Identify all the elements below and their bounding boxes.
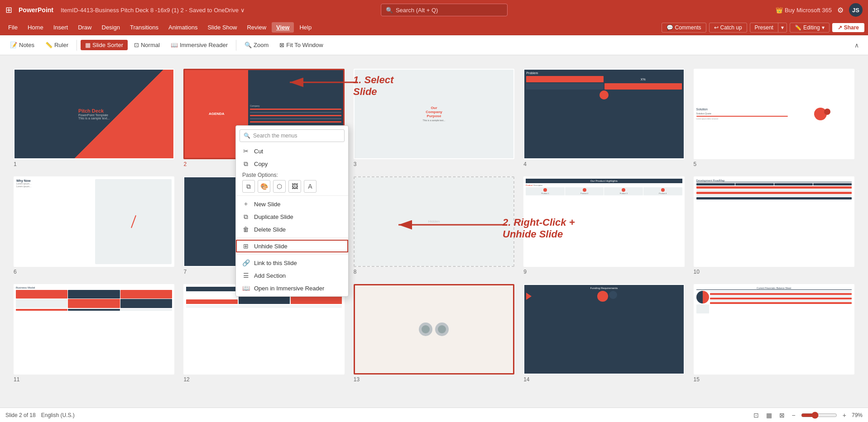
app-grid-icon[interactable]: ⊞ [5,5,12,15]
slide-num-15: 15 [694,376,854,383]
ctx-copy[interactable]: ⧉ Copy [236,157,348,170]
immersive-reader-button[interactable]: 📖 Immersive Reader [166,40,232,50]
ctx-delete-slide[interactable]: 🗑 Delete Slide [236,223,348,236]
slide-item-8: Hidden 8 [354,176,514,275]
menu-animations[interactable]: Animations [164,22,202,33]
ctx-paste-icon-2[interactable]: 🎨 [258,180,270,193]
slide-item-6: Why Now Lorem ipsum... Lorem ipsum... 6 [14,176,174,275]
avatar[interactable]: JS [849,3,863,17]
zoom-slider[interactable] [801,412,837,419]
unhide-icon: ⊞ [242,242,249,250]
menu-file[interactable]: File [4,22,22,33]
present-dropdown[interactable]: ▾ [778,23,786,32]
slide-thumb-8[interactable]: Hidden [354,176,514,267]
slide-num-10: 10 [694,269,854,275]
ctx-paste-icon-5[interactable]: A [304,180,317,193]
slide-grid: Pitch Deck PowerPoint Template This is a… [9,64,859,387]
ctx-paste-icon-1[interactable]: ⧉ [242,180,255,193]
reading-view-button[interactable]: ⊠ [777,411,786,420]
menu-design[interactable]: Design [97,22,125,33]
pencil-icon: ✏️ [795,24,801,31]
comments-button[interactable]: 💬 Comments [662,23,706,33]
search-box[interactable]: 🔍 Search (Alt + Q) [381,4,508,16]
duplicate-icon: ⧉ [242,213,249,220]
slide-item-5: Solution Solution Quote Lorem ipsum dolo… [694,69,854,167]
slide-thumb-1[interactable]: Pitch Deck PowerPoint Template This is a… [14,69,174,159]
slide-thumb-4[interactable]: Problem X% [523,69,684,159]
ctx-paste-icon-3[interactable]: ⬡ [273,180,286,193]
notes-button[interactable]: 📝 Notes [5,40,39,50]
slide-thumb-13[interactable] [354,284,514,375]
ctx-sep-3 [236,254,348,255]
title-bar: ⊞ PowerPoint ItemID-4413-Business Pitch … [0,0,868,20]
slide-item-11: Business Model 11 [14,284,174,383]
catchup-icon: ↩ [714,24,719,31]
zoom-out-button[interactable]: − [790,411,797,420]
share-icon: ↗ [838,24,842,31]
slide-sorter-button[interactable]: ▦ Slide Sorter [81,40,128,50]
language: English (U.S.) [41,412,75,418]
ribbon-collapse-button[interactable]: ∧ [851,40,863,51]
slide-sorter-icon: ▦ [85,42,91,48]
slide-item-1: Pitch Deck PowerPoint Template This is a… [14,69,174,167]
slide-thumb-3[interactable]: OurCompanyPurpose This is a sample text.… [354,69,514,159]
slide-num-12: 12 [183,376,344,383]
main-content: Pitch Deck PowerPoint Template This is a… [0,55,868,408]
ctx-new-slide[interactable]: ＋ New Slide [236,198,348,210]
slide-thumb-14[interactable]: Funding Requirements [523,284,684,375]
settings-button[interactable]: ⚙ [837,6,844,14]
ribbon: 📝 Notes 📏 Ruler ▦ Slide Sorter ⊡ Normal … [0,35,868,55]
search-icon: 🔍 [386,7,393,14]
editing-button[interactable]: ✏️ Editing ▾ [790,23,830,33]
slide-info: Slide 2 of 18 [5,412,36,418]
menu-insert[interactable]: Insert [49,22,73,33]
section-icon: ☰ [242,272,249,279]
menu-view[interactable]: View [272,22,294,33]
ctx-paste-icons: ⧉ 🎨 ⬡ 🖼 A [242,180,342,193]
slide-thumb-6[interactable]: Why Now Lorem ipsum... Lorem ipsum... [14,176,174,267]
slide-item-12: Customer Pipeline list [183,284,344,383]
present-group: Present ▾ [750,23,787,33]
title-bar-right: 👑 Buy Microsoft 365 ⚙ JS [776,3,863,17]
ctx-add-section[interactable]: ☰ Add Section [236,269,348,282]
ctx-unhide-slide[interactable]: ⊞ Unhide Slide [236,240,348,252]
menu-review[interactable]: Review [242,22,271,33]
slide-num-14: 14 [523,376,684,383]
menu-help[interactable]: Help [295,22,316,33]
immersive-reader-icon: 📖 [171,42,178,48]
ctx-sep-1 [236,195,348,196]
share-button[interactable]: ↗ Share [832,23,864,32]
present-button[interactable]: Present [750,23,778,32]
ctx-duplicate-slide[interactable]: ⧉ Duplicate Slide [236,210,348,223]
menu-home[interactable]: Home [23,22,48,33]
catchup-button[interactable]: ↩ Catch up [709,23,747,33]
slide-thumb-11[interactable]: Business Model [14,284,174,375]
slide-thumb-9[interactable]: Our Product Highlights Product Descripti… [523,176,684,267]
ctx-link-slide[interactable]: 🔗 Link to this Slide [236,256,348,269]
menu-draw[interactable]: Draw [73,22,96,33]
normal-view-button[interactable]: ⊡ [752,411,761,420]
slide-item-9: Our Product Highlights Product Descripti… [523,176,684,275]
slide-thumb-12[interactable]: Customer Pipeline list [183,284,344,375]
slide-thumb-10[interactable]: Development RoadMap [694,176,854,267]
menu-slideshow[interactable]: Slide Show [203,22,241,33]
ribbon-sep-2 [236,40,236,51]
slide-thumb-15[interactable]: Current Financials: Balance Sheet [694,284,854,375]
slide-num-9: 9 [523,269,684,275]
zoom-in-button[interactable]: + [841,411,848,420]
buy-microsoft-button[interactable]: 👑 Buy Microsoft 365 [776,7,832,14]
slide-thumb-5[interactable]: Solution Solution Quote Lorem ipsum dolo… [694,69,854,159]
search-placeholder: Search (Alt + Q) [396,7,438,14]
menu-transitions[interactable]: Transitions [125,22,163,33]
ctx-paste-icon-4[interactable]: 🖼 [288,180,301,193]
slide-item-13: 13 [354,284,514,383]
normal-button[interactable]: ⊡ Normal [129,40,164,50]
slide-sorter-view-button[interactable]: ▦ [764,411,774,420]
slide-num-5: 5 [694,161,854,167]
ctx-open-immersive[interactable]: 📖 Open in Immersive Reader [236,282,348,294]
ruler-button[interactable]: 📏 Ruler [41,40,73,50]
context-menu-search[interactable]: 🔍 Search the menus [240,129,345,142]
ctx-cut[interactable]: ✂ Cut [236,145,348,157]
zoom-button[interactable]: 🔍 Zoom [240,40,273,50]
fit-window-button[interactable]: ⊠ Fit To Window [275,40,327,50]
